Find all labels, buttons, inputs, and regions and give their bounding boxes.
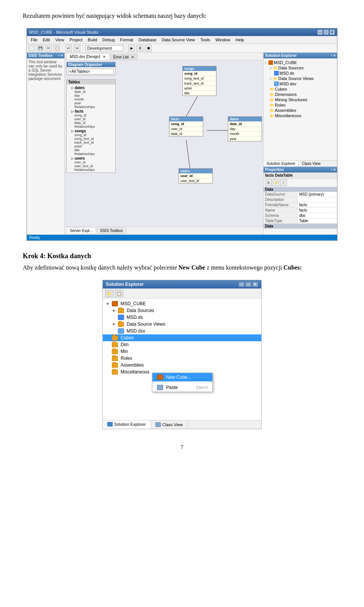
ctx-new-cube-icon — [157, 375, 163, 380]
table-users[interactable]: ▷users — [67, 156, 115, 160]
sol-popup-pin[interactable]: ▪ — [238, 282, 245, 287]
menu-project[interactable]: Project — [67, 37, 85, 43]
status-text: Ready — [29, 235, 40, 240]
sol-popup-tab-solution[interactable]: Solution Explorer — [103, 420, 151, 429]
table-facts[interactable]: ▷facts — [67, 109, 115, 113]
toolbar-btn-2[interactable]: 💾 — [37, 45, 44, 52]
vs-title: MSD_CUBE - Microsoft Visual Studio — [29, 30, 99, 35]
tab-solution-explorer[interactable]: Solution Explorer — [264, 161, 299, 166]
bottom-tab-server-explorer[interactable]: Server Expl... — [66, 227, 96, 234]
dbtable-dates[interactable]: dates date_id day month year — [228, 116, 262, 141]
toolbar-dropdown[interactable]: Development — [85, 45, 123, 51]
vs-tabs: MSD.dsv [Design] ✕ Error List ✕ — [65, 53, 263, 60]
ctx-new-cube-label: New Cube... — [166, 375, 191, 380]
folder-icon-cubes: 📁 — [270, 87, 274, 91]
close-button[interactable]: ✕ — [329, 30, 335, 35]
solution-explorer-pin[interactable]: ▪ × — [331, 53, 336, 58]
toolbar-btn-6[interactable]: ↪ — [74, 45, 80, 52]
table-dates[interactable]: ▷dates — [67, 85, 115, 90]
tab-class-view[interactable]: Class View — [299, 161, 323, 166]
menu-datasourceview[interactable]: Data Source View — [159, 37, 197, 43]
sol-dimensions[interactable]: 📁 Dimensions — [265, 92, 336, 97]
minimize-button[interactable]: ─ — [317, 30, 323, 35]
props-btn-2[interactable]: ⚡ — [273, 179, 279, 186]
sol-row-dsv[interactable]: ▼ Data Source Views — [103, 321, 261, 328]
sol-popup-toolbar-btn2[interactable]: 📋 — [115, 290, 123, 297]
toolbar-btn-8[interactable]: ⏸ — [136, 45, 143, 52]
bottom-tab-ssis-toolbox[interactable]: SSIS Toolbox — [97, 227, 126, 234]
sol-popup-tab-class[interactable]: Class View — [151, 420, 188, 429]
sol-popup-minimize[interactable]: ─ — [245, 282, 251, 287]
sol-row-roles[interactable]: Roles — [103, 355, 261, 362]
menu-build[interactable]: Build — [86, 37, 99, 43]
tab-close-1[interactable]: ✕ — [103, 55, 106, 59]
sol-msd-dsv[interactable]: MSD.dsv — [265, 81, 336, 86]
sol-data-sources[interactable]: ▷ 📁 Data Sources — [265, 65, 336, 71]
sol-popup-bottom-tabs: Solution Explorer Class View — [103, 420, 261, 429]
sol-data-source-views[interactable]: ▷ 📁 Data Source Views — [265, 76, 336, 81]
props-row-name: Name facts — [264, 208, 337, 213]
body-text-2: z menu kontekstowego pozycji — [205, 264, 284, 271]
page-number: 7 — [23, 444, 341, 450]
maximize-button[interactable]: □ — [323, 30, 329, 35]
ssis-toolbox-pin[interactable]: ▪ × — [58, 53, 63, 58]
dbtable-users[interactable]: users user_id user_text_id — [179, 168, 213, 184]
ctx-new-cube[interactable]: New Cube... — [152, 373, 212, 381]
toolbar-btn-1[interactable]: 📄 — [28, 45, 35, 52]
dbtable-songs[interactable]: songs song_id song_text_id track_text_id… — [182, 66, 217, 96]
sol-row-cubes[interactable]: Cubes — [103, 334, 261, 341]
sol-msd-ds[interactable]: MSD.ds — [265, 71, 336, 76]
diagram-filter[interactable]: <All Tables> — [68, 69, 114, 74]
sol-popup-tree: ▼ MSD_CUBE ▼ Data Sources MSD.ds ▼ Data … — [103, 299, 261, 420]
tab-dsv-design[interactable]: MSD.dsv [Design] ✕ — [66, 53, 109, 60]
sol-popup-toolbar: 📁 📋 — [103, 289, 261, 299]
ssis-toolbox-content: This tool window can only be used by a S… — [27, 58, 64, 235]
toolbar-btn-5[interactable]: ↩ — [65, 45, 72, 52]
sol-row-dimensions[interactable]: Dim — [103, 341, 261, 348]
toolbar-btn-4[interactable]: 📋 — [53, 45, 60, 52]
menu-edit[interactable]: Edit — [41, 37, 52, 43]
menu-view[interactable]: View — [53, 37, 67, 43]
sol-mining-structures[interactable]: 📁 Mining Structures — [265, 97, 336, 102]
props-btn-1[interactable]: ≡ — [265, 179, 272, 186]
ctx-paste-icon — [157, 385, 163, 390]
ctx-paste[interactable]: Paste Ctrl+V — [152, 383, 212, 392]
toolbar-btn-9[interactable]: ⏹ — [145, 45, 152, 52]
sol-miscellaneous[interactable]: 📁 Miscellaneous — [265, 113, 336, 118]
dates-field-rel: Relationships — [67, 105, 115, 109]
vs-design-area[interactable]: Diagram Organizer <All Tables> Tables ▷d… — [65, 60, 263, 226]
dbtable-facts[interactable]: facts song_id user_id date_id — [169, 116, 203, 136]
sol-row-msdds[interactable]: MSD.ds — [103, 314, 261, 321]
sol-row-assemblies[interactable]: Assemblies — [103, 362, 261, 369]
dates-field-year: year — [67, 101, 115, 105]
dbtable-dates-year: year — [228, 136, 262, 141]
solution-tree: ▷ MSD_CUBE ▷ 📁 Data Sources MSD.ds ▷ 📁 D… — [264, 58, 337, 160]
toolbar-btn-3[interactable]: ✂ — [45, 45, 52, 52]
table-songs[interactable]: ▷songs — [67, 129, 115, 133]
sol-cubes[interactable]: 📁 Cubes — [265, 86, 336, 92]
menu-file[interactable]: File — [28, 37, 40, 43]
sol-msd-cube[interactable]: ▷ MSD_CUBE — [265, 60, 336, 65]
sol-assemblies[interactable]: 📁 Assemblies — [265, 108, 336, 113]
sol-popup-toolbar-btn1[interactable]: 📁 — [105, 290, 113, 297]
sol-row-datasources[interactable]: ▼ Data Sources — [103, 307, 261, 314]
sol-row-cubes-label: Cubes — [121, 335, 134, 340]
toolbar-btn-7[interactable]: ▶ — [128, 45, 135, 52]
menu-help[interactable]: Help — [233, 37, 246, 43]
tab-error-list[interactable]: Error List ✕ — [110, 54, 138, 60]
menu-window[interactable]: Window — [213, 37, 232, 43]
sol-row-mining[interactable]: Min — [103, 348, 261, 355]
props-pin[interactable]: ▪ × — [331, 168, 336, 172]
tab-close-2[interactable]: ✕ — [131, 55, 134, 59]
sol-row-msddsv[interactable]: MSD.dsv — [103, 328, 261, 334]
menu-debug[interactable]: Debug — [100, 37, 117, 43]
users-field-usertextid: user_text_id — [67, 164, 115, 168]
menu-format[interactable]: Format — [118, 37, 136, 43]
props-btn-3[interactable]: ↑ — [280, 179, 287, 186]
sol-popup-close[interactable]: ✕ — [252, 282, 258, 287]
menu-tools[interactable]: Tools — [198, 37, 212, 43]
menu-database[interactable]: Database — [136, 37, 158, 43]
sol-row-msdcube[interactable]: ▼ MSD_CUBE — [103, 300, 261, 307]
folder-icon-roles: 📁 — [270, 103, 274, 107]
sol-roles[interactable]: 📁 Roles — [265, 102, 336, 108]
